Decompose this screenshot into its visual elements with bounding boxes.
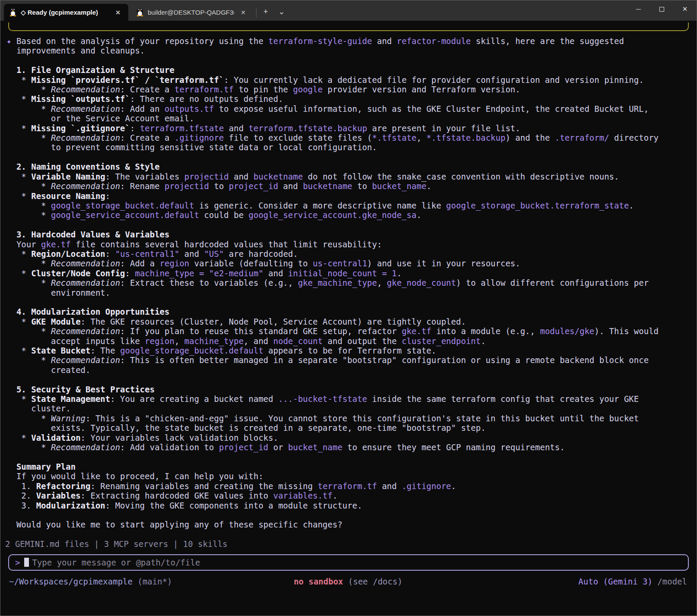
terminal-line — [6, 152, 691, 162]
terminal-text-segment: google — [293, 85, 323, 94]
terminal-line: Your gke.tf file contains several hardco… — [6, 240, 691, 249]
terminal-text-segment: "US" — [204, 249, 224, 259]
new-tab-button[interactable]: + — [258, 6, 273, 18]
terminal-text-segment: * — [6, 326, 51, 336]
terminal-line — [6, 452, 691, 461]
terminal-text-segment: cluster_endpoint — [402, 336, 481, 346]
terminal-line: 1. File Organization & Structure — [6, 65, 691, 75]
terminal-text-segment: exists. Typically, the state bucket is c… — [6, 423, 486, 433]
window-controls: ✕ — [627, 0, 697, 18]
tux-icon — [9, 7, 17, 18]
tab-close-icon[interactable]: ✕ — [238, 8, 248, 17]
terminal-text-segment: to pin the — [234, 85, 293, 94]
terminal-text-segment: google_storage_bucket.default — [120, 346, 263, 355]
terminal-line: * google_storage_bucket.default is gener… — [6, 201, 691, 210]
terminal-text-segment: could be — [199, 210, 248, 220]
terminal-text-segment: Modularization — [36, 501, 105, 510]
terminal-line: If you would like to proceed, I can help… — [6, 471, 691, 481]
terminal-text-segment: 2. Naming Conventions & Style — [6, 162, 160, 171]
terminal-text-segment: variable (defaulting to — [189, 259, 313, 268]
terminal-text-segment: initial_node_count = 1 — [288, 269, 397, 278]
terminal-text-segment: . — [481, 336, 485, 346]
tab-close-icon[interactable]: ✕ — [113, 8, 123, 17]
sandbox-label: no sandbox — [294, 577, 343, 586]
message-input[interactable]: > Type your message or @path/to/file — [8, 554, 689, 571]
terminal-text-segment: Summary Plan — [6, 462, 76, 471]
terminal-text-segment: google_storage_bucket.default — [51, 201, 194, 210]
terminal-line: 3. Hardcoded Values & Variables — [6, 230, 691, 239]
terminal-text-segment: .terraform/ — [555, 133, 609, 142]
terminal-line: * Recommendation: If you plan to reuse t… — [6, 326, 691, 336]
terminal-line: * Cluster/Node Config: machine_type = "e… — [6, 269, 691, 278]
terminal-text-segment: 5. Security & Best Practices — [6, 385, 155, 394]
terminal-line: * Recommendation: Create a terraform.tf … — [6, 85, 691, 94]
previous-message-box-border — [8, 22, 689, 31]
terminal-line: 1. Refactoring: Renaming variables and c… — [6, 481, 691, 491]
terminal-text-segment: ) to allow different configurations per — [456, 278, 649, 287]
terminal-text-segment: appears to be for Terraform state. — [263, 346, 436, 355]
terminal-text-segment: and output the — [323, 336, 402, 346]
terminal-text-segment: * — [6, 442, 51, 452]
terminal-line: Would you like me to start applying any … — [6, 520, 691, 529]
terminal-text-segment: * — [6, 201, 51, 210]
terminal-text-segment: terraform.tfstate.backup — [249, 123, 368, 133]
close-button[interactable]: ✕ — [673, 0, 697, 18]
terminal-line — [6, 56, 691, 65]
terminal-line: or the Service Account email. — [6, 114, 691, 123]
terminal-line: environment. — [6, 288, 691, 297]
terminal-text-segment: : You are creating a bucket named — [110, 394, 278, 404]
terminal-text-segment: . — [451, 481, 456, 491]
input-placeholder: Type your message or @path/to/file — [32, 558, 200, 567]
terminal-text-segment: Based on the analysis of your repository… — [11, 36, 268, 46]
terminal-text-segment: environment. — [6, 288, 110, 297]
terminal-text-segment: 2. — [6, 491, 36, 500]
terminal-line: * Validation: Your variables lack valida… — [6, 433, 691, 442]
terminal-text-segment: project_id — [229, 181, 278, 191]
terminal-line: * Recommendation: Create a .gitignore fi… — [6, 133, 691, 142]
model-status: Auto (Gemini 3) /model — [402, 577, 687, 586]
terminal-text-segment: bucket_name — [372, 181, 427, 191]
minimize-button[interactable] — [627, 0, 650, 18]
terminal-text-segment: Missing `outputs.tf` — [31, 94, 130, 104]
terminal-text-segment: gke_node_count — [387, 278, 456, 287]
terminal-text-segment: : This is a "chicken-and-egg" issue. You… — [86, 414, 639, 423]
terminal-line — [6, 375, 691, 384]
terminal-text-segment: 3. — [6, 501, 36, 510]
tab-builder-desktop[interactable]: builder@DESKTOP-QADGF36: ✕ — [131, 4, 253, 21]
terminal-text-segment: directory — [609, 133, 659, 142]
tab-bar: ◇ Ready (gcpimexample) ✕ builder@DESKTOP… — [0, 0, 697, 21]
terminal-line: * State Bucket: The google_storage_bucke… — [6, 346, 691, 355]
terminal-text-segment: gke_machine_type — [298, 278, 377, 287]
terminal-text-segment: , — [416, 133, 426, 142]
terminal-text-segment: State Bucket — [31, 346, 90, 355]
terminal-text-segment: cluster. — [6, 404, 71, 413]
terminal-text-segment: accept inputs like — [6, 336, 145, 346]
tab-dropdown-button[interactable]: ⌄ — [273, 5, 290, 18]
terminal-text-segment: * — [6, 414, 51, 423]
terminal-text-segment: projectid — [184, 172, 229, 181]
terminal-text-segment: Recommendation — [51, 259, 120, 268]
terminal-line: * Recommendation: Add a region variable … — [6, 259, 691, 268]
terminal-line: cluster. — [6, 404, 691, 413]
terminal-text-segment: : The — [90, 346, 120, 355]
terminal-text-segment: . — [426, 181, 431, 191]
tab-ready-gcpimexample[interactable]: ◇ Ready (gcpimexample) ✕ — [4, 4, 128, 21]
terminal-text-segment: * — [6, 181, 51, 191]
terminal-text-segment: : Create a — [120, 85, 174, 94]
terminal-text-segment: region — [160, 259, 190, 268]
terminal-line: * Missing `.gitignore`: terraform.tfstat… — [6, 123, 691, 133]
terminal-text-segment: bucket_name — [288, 442, 342, 452]
terminal-text-segment: * — [6, 269, 31, 278]
terminal-text-segment: and — [224, 123, 248, 133]
terminal-text-segment: and — [179, 249, 204, 259]
terminal-text-segment: inside the same terraform config that cr… — [367, 394, 639, 404]
terminal-text-segment: bucketname — [253, 172, 303, 181]
tab-title: builder@DESKTOP-QADGF36: — [148, 9, 234, 16]
terminal-text-segment: : Moving the GKE components into a modul… — [105, 501, 362, 510]
maximize-button[interactable] — [650, 0, 673, 18]
terminal-text-segment: 1. — [6, 481, 36, 491]
terminal-text-segment: Recommendation — [51, 181, 120, 191]
terminal-text-segment: machine_type = "e2-medium" — [135, 269, 263, 278]
terminal-text-segment: : Extracting hardcoded GKE values into — [81, 491, 273, 500]
context-summary: 2 GEMINI.md files | 3 MCP servers | 10 s… — [0, 539, 697, 549]
